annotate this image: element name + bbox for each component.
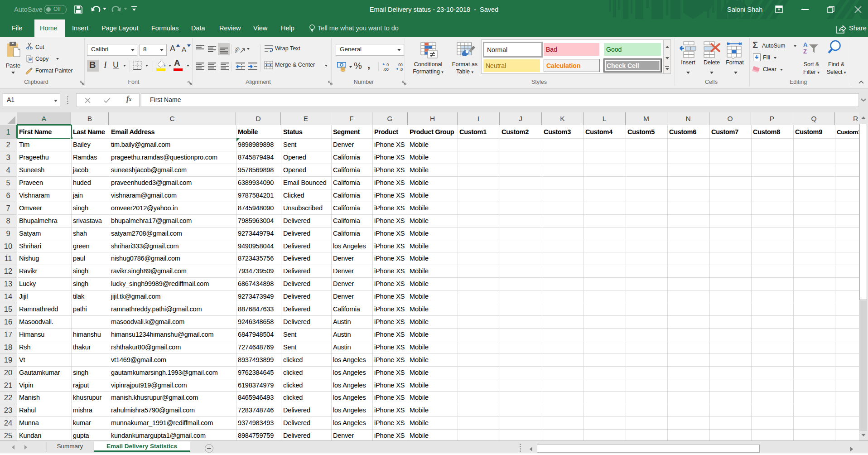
svg-text:.0: .0 [400, 67, 403, 71]
svg-text:.0: .0 [386, 63, 389, 67]
svg-text:.00: .00 [397, 63, 403, 67]
svg-text:ab: ab [235, 45, 241, 54]
svg-text:.00: .00 [383, 67, 389, 71]
